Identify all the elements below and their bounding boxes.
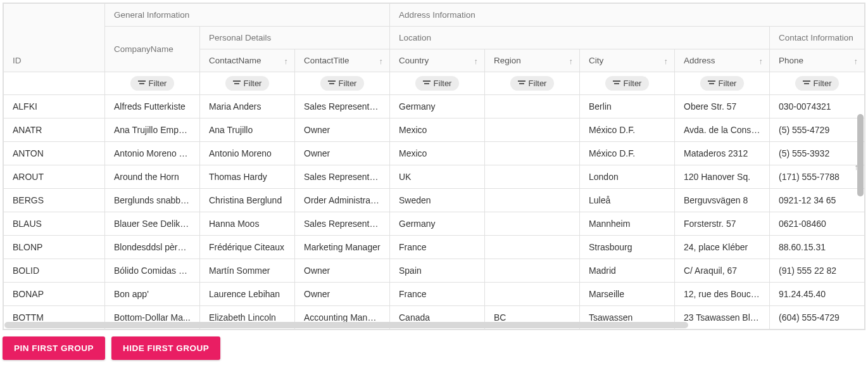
header-group-location[interactable]: Location (390, 27, 770, 49)
column-header-company[interactable]: CompanyName ↑ (105, 27, 200, 72)
cell-contacttitle: Owner (295, 118, 390, 142)
header-group-contact-info[interactable]: Contact Information (770, 27, 865, 49)
sort-asc-icon: ↑ (284, 56, 289, 65)
filter-icon (138, 80, 146, 87)
filter-chip-address[interactable]: Filter (700, 76, 745, 91)
cell-phone: 88.60.15.31 (770, 236, 865, 259)
filter-chip-country[interactable]: Filter (415, 76, 460, 91)
cell-country: Mexico (390, 118, 485, 142)
cell-region (485, 118, 580, 142)
cell-contacttitle: Owner (295, 283, 390, 306)
table-row[interactable]: BLONPBlondesddsl père ...Frédérique Cite… (4, 236, 865, 259)
header-group-row-1: ID General Information Address Informati… (4, 4, 865, 27)
cell-contactname: Maria Anders (200, 95, 295, 118)
filter-cell-id (4, 72, 105, 95)
cell-contactname: Antonio Moreno (200, 142, 295, 165)
pin-first-group-button[interactable]: Pin First Group (3, 336, 105, 360)
column-header-id[interactable]: ID (4, 4, 105, 72)
sort-asc-icon: ↑ (379, 56, 384, 65)
cell-address: Forsterstr. 57 (675, 212, 770, 236)
table-row[interactable]: ANATRAna Trujillo Empar...Ana TrujilloOw… (4, 118, 865, 142)
sort-asc-icon: ↑ (569, 56, 574, 65)
header-group-general-info[interactable]: General Information (105, 4, 390, 27)
table-row[interactable]: AROUTAround the HornThomas HardySales Re… (4, 165, 865, 189)
table-row[interactable]: BOLIDBólido Comidas pr...Martín SommerOw… (4, 259, 865, 283)
cell-phone: 030-0074321 (770, 95, 865, 118)
column-header-country[interactable]: Country↑ (390, 49, 485, 72)
cell-city: Madrid (580, 259, 675, 283)
cell-id: BONAP (4, 283, 105, 306)
filter-cell-phone: Filter (770, 72, 865, 95)
header-group-personal-details[interactable]: Personal Details (200, 27, 390, 49)
column-header-region[interactable]: Region↑ (485, 49, 580, 72)
sort-asc-icon: ↑ (854, 56, 859, 65)
column-header-address[interactable]: Address↑ (675, 49, 770, 72)
cell-region (485, 142, 580, 165)
cell-region (485, 283, 580, 306)
filter-icon (708, 80, 715, 87)
filter-label: Filter (339, 79, 357, 88)
cell-region (485, 165, 580, 189)
column-label: CompanyName (114, 44, 173, 54)
column-header-contactname[interactable]: ContactName↑ (200, 49, 295, 72)
column-header-city[interactable]: City↑ (580, 49, 675, 72)
cell-city: México D.F. (580, 142, 675, 165)
filter-label: Filter (244, 79, 262, 88)
cell-contactname: Christina Berglund (200, 189, 295, 212)
filter-chip-company[interactable]: Filter (130, 76, 175, 91)
cell-city: Strasbourg (580, 236, 675, 259)
cell-address: 120 Hanover Sq. (675, 165, 770, 189)
column-label: ContactName (209, 56, 261, 65)
filter-chip-city[interactable]: Filter (605, 76, 650, 91)
filter-icon (803, 80, 810, 87)
column-label: Phone (779, 56, 803, 65)
hide-first-group-button[interactable]: Hide First Group (111, 336, 220, 360)
cell-id: AROUT (4, 165, 105, 189)
cell-city: Mannheim (580, 212, 675, 236)
cell-address: Berguvsvägen 8 (675, 189, 770, 212)
table-row[interactable]: BERGSBerglunds snabbköpChristina Berglun… (4, 189, 865, 212)
cell-phone: (5) 555-3932 (770, 142, 865, 165)
column-label: Country (399, 56, 429, 65)
filter-label: Filter (719, 79, 737, 88)
button-bar: Pin First Group Hide First Group (3, 336, 865, 360)
column-label: Address (684, 56, 715, 65)
cell-address: 12, rue des Bouch... (675, 283, 770, 306)
column-header-contacttitle[interactable]: ContactTitle↑ (295, 49, 390, 72)
grid-scroll-area[interactable]: ID General Information Address Informati… (3, 3, 865, 330)
filter-chip-contacttitle[interactable]: Filter (320, 76, 365, 91)
cell-phone: 0921-12 34 65 (770, 189, 865, 212)
table-row[interactable]: BONAPBon app'Laurence LebihanOwnerFrance… (4, 283, 865, 306)
filter-label: Filter (434, 79, 452, 88)
filter-icon (613, 80, 620, 87)
cell-phone: 91.24.45.40 (770, 283, 865, 306)
vertical-scrollbar[interactable] (857, 114, 864, 196)
filter-cell-company: Filter (105, 72, 200, 95)
cell-address: 23 Tsawassen Blvd. (675, 306, 770, 330)
column-header-phone[interactable]: Phone↑ (770, 49, 865, 72)
cell-company: Berglunds snabbköp (105, 189, 200, 212)
cell-country: France (390, 283, 485, 306)
table-row[interactable]: ALFKIAlfreds FutterkisteMaria AndersSale… (4, 95, 865, 118)
filter-chip-phone[interactable]: Filter (795, 76, 840, 91)
cell-company: Blondesddsl père ... (105, 236, 200, 259)
cell-contactname: Martín Sommer (200, 259, 295, 283)
table-row[interactable]: ANTONAntonio Moreno T...Antonio MorenoOw… (4, 142, 865, 165)
filter-chip-contactname[interactable]: Filter (225, 76, 270, 91)
filter-cell-city: Filter (580, 72, 675, 95)
cell-address: C/ Araquil, 67 (675, 259, 770, 283)
table-row[interactable]: BLAUSBlauer See Delikat...Hanna MoosSale… (4, 212, 865, 236)
cell-company: Around the Horn (105, 165, 200, 189)
filter-chip-region[interactable]: Filter (510, 76, 555, 91)
cell-region (485, 236, 580, 259)
cell-id: ANTON (4, 142, 105, 165)
filter-label: Filter (149, 79, 167, 88)
horizontal-scrollbar[interactable] (4, 322, 688, 328)
header-group-address-info[interactable]: Address Information (390, 4, 865, 27)
column-label: Region (494, 56, 521, 65)
cell-country: France (390, 236, 485, 259)
cell-contacttitle: Order Administrator (295, 189, 390, 212)
cell-phone: (5) 555-4729 (770, 118, 865, 142)
filter-cell-contacttitle: Filter (295, 72, 390, 95)
cell-phone: (91) 555 22 82 (770, 259, 865, 283)
